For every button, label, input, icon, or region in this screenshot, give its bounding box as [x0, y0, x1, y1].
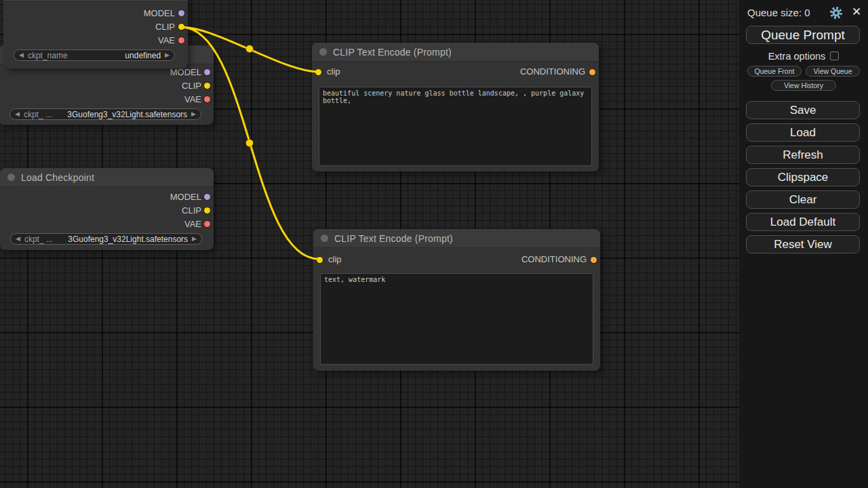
extra-options-checkbox[interactable] — [830, 52, 839, 60]
widget-value: 3Guofeng3_v32Light.safetensors — [67, 110, 187, 119]
model-output-label: MODEL — [144, 9, 175, 18]
node-title: Load Checkpoint — [21, 172, 94, 183]
node-status-dot — [7, 174, 15, 181]
vae-output-dot[interactable] — [178, 37, 184, 43]
node-load-checkpoint[interactable]: Load Checkpoint MODEL CLIP VAE ◀ ckpt_ .… — [0, 168, 214, 250]
ckpt-name-widget[interactable]: ◀ ckpt_ ... 3Guofeng3_v32Light.safetenso… — [9, 108, 201, 120]
node-title: CLIP Text Encode (Prompt) — [333, 47, 452, 58]
node-clip-text-encode-positive[interactable]: CLIP Text Encode (Prompt) clip CONDITION… — [312, 43, 599, 171]
clip-output-label: CLIP — [182, 81, 201, 91]
node-title-bar[interactable] — [3, 0, 188, 2]
widget-label: ckpt_name — [28, 51, 68, 60]
model-output-dot[interactable] — [204, 194, 210, 200]
clipspace-button[interactable]: Clipspace — [746, 168, 860, 186]
queue-prompt-button[interactable]: Queue Prompt — [746, 26, 860, 44]
comfy-menu-panel: Queue size: 0 ✕ Queue Prompt Extra optio… — [739, 0, 868, 488]
view-queue-button[interactable]: View Queue — [806, 66, 860, 77]
clip-output-dot[interactable] — [204, 207, 210, 214]
vae-output-label: VAE — [158, 36, 175, 45]
queue-front-button[interactable]: Queue Front — [747, 66, 802, 77]
reset-view-button[interactable]: Reset View — [746, 235, 860, 253]
ckpt-name-widget[interactable]: ◀ ckpt_ ... 3Guofeng3_v32Light.safetenso… — [10, 233, 202, 245]
negative-prompt-textarea[interactable]: text, watermark — [320, 273, 593, 365]
node-clip-text-encode-negative[interactable]: CLIP Text Encode (Prompt) clip CONDITION… — [313, 229, 600, 371]
clip-input-dot[interactable] — [315, 69, 321, 75]
clip-output-dot[interactable] — [204, 83, 210, 89]
node-title-bar[interactable]: CLIP Text Encode (Prompt) — [313, 229, 600, 248]
load-default-button[interactable]: Load Default — [746, 213, 860, 231]
widget-label: ckpt_ ... — [24, 110, 52, 119]
ckpt-name-widget[interactable]: ◀ ckpt_name undefined ▶ — [14, 49, 175, 61]
conditioning-output-label: CONDITIONING — [520, 67, 585, 77]
widget-label: ckpt_ ... — [24, 235, 53, 244]
conditioning-output-label: CONDITIONING — [521, 255, 587, 264]
save-button[interactable]: Save — [746, 101, 860, 119]
clip-output-dot[interactable] — [178, 24, 184, 30]
widget-value: 3Guofeng3_v32Light.safetensors — [68, 235, 188, 244]
node-status-dot — [321, 235, 328, 242]
vae-output-dot[interactable] — [204, 96, 210, 102]
widget-value: undefined — [125, 51, 161, 60]
arrow-left-icon[interactable]: ◀ — [15, 109, 20, 119]
positive-prompt-textarea[interactable]: beautiful scenery nature glass bottle la… — [319, 87, 592, 166]
view-history-button[interactable]: View History — [771, 80, 836, 91]
vae-output-label: VAE — [184, 220, 201, 229]
settings-button[interactable] — [829, 6, 843, 20]
node-status-dot — [319, 48, 327, 56]
arrow-left-icon[interactable]: ◀ — [19, 50, 24, 60]
gear-icon — [829, 6, 843, 20]
model-output-dot[interactable] — [178, 10, 184, 16]
arrow-right-icon[interactable]: ▶ — [192, 234, 197, 244]
clip-input-dot[interactable] — [317, 257, 323, 263]
model-output-dot[interactable] — [204, 69, 210, 75]
clip-input-label: clip — [327, 67, 340, 77]
clear-button[interactable]: Clear — [746, 190, 860, 209]
arrow-right-icon[interactable]: ▶ — [165, 50, 170, 60]
extra-options-label: Extra options — [768, 51, 826, 62]
model-output-label: MODEL — [170, 192, 201, 202]
arrow-left-icon[interactable]: ◀ — [16, 234, 20, 244]
conditioning-output-dot[interactable] — [589, 69, 595, 75]
node-title-bar[interactable]: Load Checkpoint — [0, 168, 214, 187]
close-icon[interactable]: ✕ — [849, 5, 864, 20]
vae-output-label: VAE — [184, 95, 201, 104]
refresh-button[interactable]: Refresh — [746, 146, 860, 164]
clip-output-label: CLIP — [182, 206, 201, 216]
vae-output-dot[interactable] — [204, 221, 210, 227]
conditioning-output-dot[interactable] — [591, 257, 597, 263]
clip-output-label: CLIP — [155, 22, 175, 32]
model-output-label: MODEL — [170, 68, 201, 77]
node-checkpoint-partial-top[interactable]: MODEL CLIP VAE ◀ ckpt_name undefined ▶ — [3, 0, 188, 68]
clip-input-label: clip — [328, 255, 342, 264]
load-button[interactable]: Load — [746, 123, 860, 142]
node-title-bar[interactable]: CLIP Text Encode (Prompt) — [312, 43, 599, 62]
queue-size-label: Queue size: 0 — [747, 7, 810, 18]
node-title: CLIP Text Encode (Prompt) — [334, 233, 453, 244]
arrow-right-icon[interactable]: ▶ — [191, 109, 196, 119]
